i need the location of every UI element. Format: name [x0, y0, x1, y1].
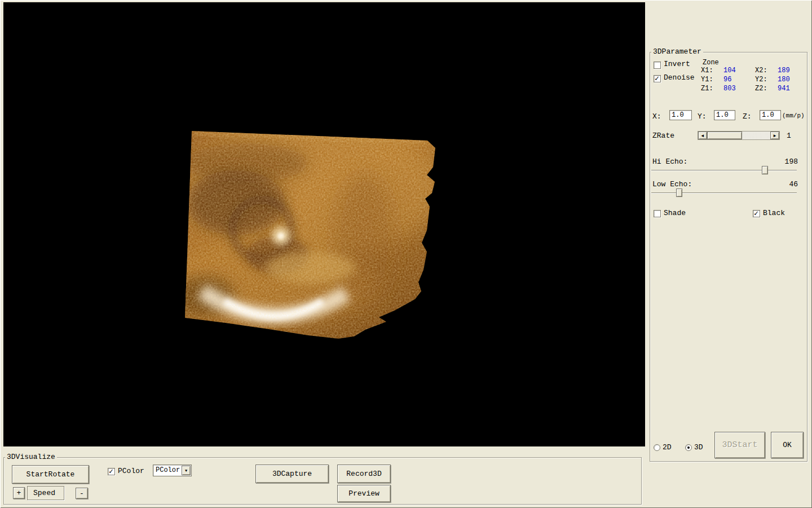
hi-echo-slider-track[interactable]: [651, 170, 797, 171]
scale-unit-label: (mm/p): [782, 111, 805, 120]
zone-z1-value: 803: [723, 84, 736, 93]
scroll-left-icon[interactable]: ◄: [698, 132, 707, 139]
low-echo-slider-track[interactable]: [651, 192, 797, 194]
invert-checkbox[interactable]: [654, 62, 661, 69]
zone-x1-label: X1:: [701, 66, 713, 75]
zone-z2-label: Z2:: [755, 84, 767, 93]
mode-3d-label[interactable]: 3D: [694, 443, 703, 452]
ok-button[interactable]: OK: [771, 432, 804, 458]
zone-x2-value: 189: [778, 66, 790, 75]
scale-x-input[interactable]: [669, 110, 692, 120]
visualize-group-title: 3DVisualize: [5, 453, 57, 462]
zone-y1-value: 96: [723, 75, 731, 84]
zrate-scrollbar-thumb[interactable]: [707, 132, 742, 139]
black-label[interactable]: Black: [763, 209, 785, 218]
hi-echo-label: Hi Echo:: [652, 157, 687, 167]
zone-x2-label: X2:: [755, 66, 767, 75]
black-checkbox[interactable]: [753, 210, 760, 217]
pcolor-select-value: PColor: [156, 466, 180, 474]
preview-button[interactable]: Preview: [337, 485, 391, 502]
scale-y-label: Y:: [698, 112, 707, 121]
capture-3d-button[interactable]: 3DCapture: [255, 465, 329, 483]
hi-echo-slider-thumb[interactable]: [762, 166, 768, 174]
pcolor-select[interactable]: PColor ▼: [153, 465, 192, 476]
mode-3d-radio[interactable]: [685, 444, 692, 451]
zone-x1-value: 104: [723, 66, 736, 75]
zrate-scrollbar[interactable]: ◄ ►: [698, 131, 780, 140]
invert-label[interactable]: Invert: [664, 60, 690, 69]
low-echo-slider-thumb[interactable]: [676, 189, 682, 197]
parameter-group: 3DParameter Invert Denoise Zone X1: 104 …: [650, 52, 807, 462]
scale-x-label: X:: [652, 112, 661, 121]
3d-viewport[interactable]: [3, 2, 645, 446]
start-rotate-button[interactable]: StartRotate: [12, 465, 89, 484]
speed-box: Speed: [27, 486, 64, 500]
scale-z-label: Z:: [743, 112, 752, 121]
start-3d-button[interactable]: 3DStart: [714, 432, 765, 458]
speed-minus-button[interactable]: -: [76, 488, 88, 499]
mode-2d-label[interactable]: 2D: [663, 443, 672, 452]
pcolor-label[interactable]: PColor: [118, 467, 144, 476]
hi-echo-value: 198: [785, 157, 798, 167]
shade-label[interactable]: Shade: [664, 209, 686, 218]
ultrasound-3d-render: [3, 2, 645, 446]
record-3d-button[interactable]: Record3D: [337, 465, 391, 483]
chevron-down-icon[interactable]: ▼: [182, 466, 191, 475]
zone-y2-value: 180: [778, 75, 790, 84]
scroll-right-icon[interactable]: ►: [770, 132, 779, 139]
scale-z-input[interactable]: [760, 110, 781, 120]
zrate-value: 1: [787, 132, 791, 141]
zone-y1-label: Y1:: [701, 75, 713, 84]
shade-checkbox[interactable]: [654, 210, 661, 217]
denoise-checkbox[interactable]: [654, 75, 661, 82]
visualize-group: 3DVisualize StartRotate PColor PColor ▼ …: [3, 457, 642, 505]
zone-z2-value: 941: [778, 84, 790, 93]
zone-z1-label: Z1:: [701, 84, 713, 93]
mode-2d-radio[interactable]: [654, 444, 660, 451]
zone-y2-label: Y2:: [755, 75, 767, 84]
pcolor-checkbox[interactable]: [108, 468, 115, 475]
denoise-label[interactable]: Denoise: [664, 73, 695, 82]
scale-y-input[interactable]: [714, 110, 735, 120]
low-echo-label: Low Echo:: [652, 180, 692, 189]
speed-label: Speed: [33, 489, 55, 497]
app-window: 3DParameter Invert Denoise Zone X1: 104 …: [0, 0, 812, 508]
zrate-label: ZRate: [652, 132, 674, 141]
parameter-group-title: 3DParameter: [651, 47, 703, 56]
speed-plus-button[interactable]: +: [13, 487, 25, 499]
low-echo-value: 46: [789, 180, 798, 189]
